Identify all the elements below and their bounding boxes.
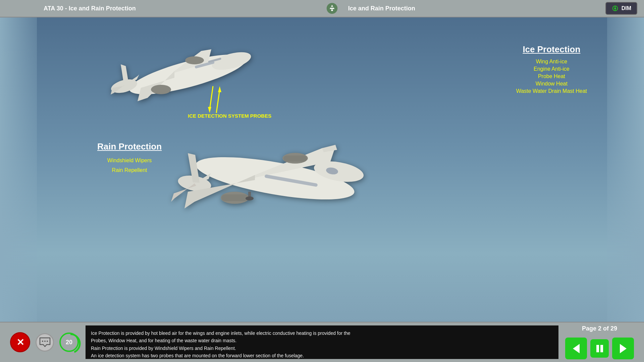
- bottom-controls-right: Page 2 of 29: [565, 325, 634, 359]
- rain-protection-items: Windshield Wipers Rain Repellent: [97, 156, 162, 175]
- bottom-bar: 20 Ice Protection is provided by hot ble…: [0, 322, 644, 362]
- pause-button[interactable]: [590, 339, 609, 358]
- svg-rect-16: [221, 194, 248, 201]
- info-text-box: Ice Protection is provided by hot bleed …: [86, 325, 558, 359]
- svg-point-28: [47, 341, 48, 342]
- svg-rect-17: [283, 156, 307, 162]
- header-logo: [326, 2, 338, 14]
- airplane-bottom-svg: [154, 121, 396, 235]
- rain-item-2: Rain Repellent: [97, 166, 162, 175]
- left-panel: [0, 0, 37, 362]
- info-line3: Rain Protection is provided by Windshiel…: [91, 346, 236, 351]
- logo-icon: [326, 2, 338, 14]
- svg-marker-33: [620, 344, 627, 353]
- prev-button[interactable]: [565, 338, 587, 359]
- close-button[interactable]: [10, 332, 30, 352]
- svg-marker-23: [218, 86, 221, 92]
- right-panel: [607, 0, 644, 362]
- page-indicator: Page 2 of 29: [582, 325, 617, 332]
- svg-point-7: [151, 85, 171, 94]
- svg-point-21: [246, 196, 254, 200]
- airplane-top-svg: [80, 31, 268, 125]
- ice-protection-items: Wing Anti-ice Engine Anti-ice Probe Heat…: [516, 59, 587, 94]
- pause-icon: [595, 344, 604, 353]
- svg-point-26: [42, 341, 43, 342]
- timer-arc-svg: [59, 333, 82, 355]
- dim-icon: [611, 5, 619, 12]
- header-bar: ATA 30 - Ice and Rain Protection Ice and…: [0, 0, 644, 17]
- rain-item-1: Windshield Wipers: [97, 156, 162, 166]
- airplane-top: [80, 31, 268, 126]
- svg-point-27: [44, 341, 46, 342]
- timer-button[interactable]: 20: [59, 333, 79, 352]
- next-button[interactable]: [612, 338, 634, 359]
- info-line4: An ice detection system has two probes t…: [91, 353, 304, 358]
- header-title-left: ATA 30 - Ice and Rain Protection: [44, 5, 136, 12]
- svg-marker-30: [573, 344, 580, 353]
- info-line2: Probes, Window Heat, and for heating of …: [91, 338, 236, 343]
- ice-protection-section: Ice Protection Wing Anti-ice Engine Anti…: [516, 44, 587, 94]
- svg-rect-31: [596, 345, 599, 352]
- svg-line-22: [216, 89, 220, 113]
- main-content: ICE DETECTION SYSTEM PROBES Ice Protecti…: [37, 17, 607, 322]
- svg-line-24: [210, 86, 213, 110]
- svg-point-1: [331, 9, 333, 11]
- svg-point-3: [614, 7, 616, 9]
- airplane-bottom: [154, 121, 396, 237]
- next-icon: [617, 343, 629, 355]
- arrows-svg: [201, 83, 228, 116]
- svg-point-29: [61, 334, 80, 353]
- rain-protection-section: Rain Protection Windshield Wipers Rain R…: [97, 141, 162, 175]
- info-line1: Ice Protection is provided by hot bleed …: [91, 330, 351, 336]
- svg-marker-25: [208, 107, 211, 113]
- chat-button[interactable]: [36, 333, 54, 352]
- svg-rect-32: [600, 345, 603, 352]
- nav-buttons: [565, 338, 634, 359]
- dim-label: DIM: [622, 5, 631, 11]
- chat-icon: [39, 337, 51, 347]
- dim-button[interactable]: DIM: [605, 2, 637, 15]
- ice-item-2: Engine Anti-ice: [516, 66, 587, 72]
- ice-item-4: Window Heat: [516, 81, 587, 87]
- ice-protection-title: Ice Protection: [516, 44, 587, 55]
- svg-point-8: [185, 56, 204, 64]
- ice-item-5: Waste Water Drain Mast Heat: [516, 88, 587, 94]
- ice-detection-label: ICE DETECTION SYSTEM PROBES: [188, 113, 271, 119]
- ice-item-3: Probe Heat: [516, 73, 587, 79]
- rain-protection-title: Rain Protection: [97, 141, 162, 152]
- ice-detection-arrows: [201, 83, 228, 118]
- ice-item-1: Wing Anti-ice: [516, 59, 587, 65]
- bottom-controls-left: 20: [10, 332, 79, 352]
- header-title-right: Ice and Rain Protection: [348, 5, 415, 12]
- prev-icon: [570, 343, 582, 355]
